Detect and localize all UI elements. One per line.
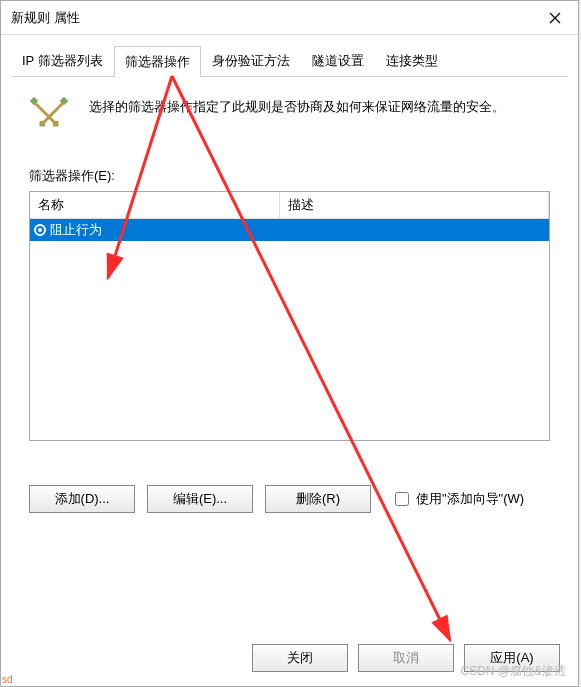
column-header-desc[interactable]: 描述 xyxy=(280,192,549,218)
tab-tunnel-settings[interactable]: 隧道设置 xyxy=(301,45,375,76)
radio-selected-icon xyxy=(34,224,46,236)
close-icon[interactable] xyxy=(532,2,578,34)
tab-content: 选择的筛选器操作指定了此规则是否协商及如何来保证网络流量的安全。 筛选器操作(E… xyxy=(1,77,578,523)
filter-action-label: 筛选器操作(E): xyxy=(29,167,550,185)
wizard-checkbox-label: 使用"添加向导"(W) xyxy=(416,490,524,508)
remove-button[interactable]: 删除(R) xyxy=(265,485,371,513)
description-text: 选择的筛选器操作指定了此规则是否协商及如何来保证网络流量的安全。 xyxy=(89,97,505,118)
titlebar: 新规则 属性 xyxy=(1,1,578,35)
column-header-name[interactable]: 名称 xyxy=(30,192,280,218)
wizard-checkbox-input[interactable] xyxy=(395,492,409,506)
list-header-row: 名称 描述 xyxy=(30,192,549,219)
list-item[interactable]: 阻止行为 xyxy=(30,219,549,241)
list-item-name: 阻止行为 xyxy=(50,221,102,239)
tab-ip-filter-list[interactable]: IP 筛选器列表 xyxy=(11,45,114,76)
window-title: 新规则 属性 xyxy=(11,9,532,27)
cancel-button[interactable]: 取消 xyxy=(358,644,454,672)
use-wizard-checkbox[interactable]: 使用"添加向导"(W) xyxy=(391,489,524,509)
add-button[interactable]: 添加(D)... xyxy=(29,485,135,513)
action-button-row: 添加(D)... 编辑(E)... 删除(R) 使用"添加向导"(W) xyxy=(29,485,550,513)
tab-connection-type[interactable]: 连接类型 xyxy=(375,45,449,76)
dialog-window: 新规则 属性 IP 筛选器列表 筛选器操作 身份验证方法 隧道设置 连接类型 选… xyxy=(0,0,579,687)
description-row: 选择的筛选器操作指定了此规则是否协商及如何来保证网络流量的安全。 xyxy=(29,97,550,137)
corner-text: sd xyxy=(2,674,13,685)
filter-action-list[interactable]: 名称 描述 阻止行为 xyxy=(29,191,550,441)
tab-strip: IP 筛选器列表 筛选器操作 身份验证方法 隧道设置 连接类型 xyxy=(11,45,568,77)
edit-button[interactable]: 编辑(E)... xyxy=(147,485,253,513)
swords-icon xyxy=(29,97,69,137)
close-button[interactable]: 关闭 xyxy=(252,644,348,672)
watermark-text: CSDN @腐蚀&渗透 xyxy=(460,663,566,680)
tab-filter-action[interactable]: 筛选器操作 xyxy=(114,46,201,77)
tab-auth-method[interactable]: 身份验证方法 xyxy=(201,45,301,76)
